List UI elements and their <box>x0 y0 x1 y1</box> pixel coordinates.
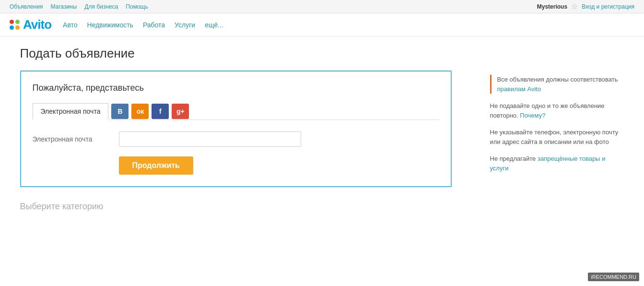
nav-jobs[interactable]: Работа <box>143 21 165 29</box>
tabs-row: Электронная почта В ок f g+ <box>33 103 439 120</box>
email-group: Электронная почта <box>33 131 439 147</box>
dot-green <box>15 20 20 24</box>
shops-link[interactable]: Магазины <box>50 3 77 10</box>
logo-dots <box>10 20 20 30</box>
sidebar-text-1: Все объявления должны соответствовать пр… <box>497 75 624 94</box>
username: Mysterious <box>537 3 567 10</box>
main-nav: Avito Авто Недвижимость Работа Услуги ещ… <box>0 13 644 36</box>
nav-more[interactable]: ещё... <box>205 21 223 29</box>
email-input[interactable] <box>119 131 301 147</box>
sidebar: Все объявления должны соответствовать пр… <box>490 46 624 212</box>
sidebar-text-3: Не указывайте телефон, электронную почту… <box>490 128 624 146</box>
top-bar: Объявления Магазины Для бизнеса Помощь M… <box>0 0 644 13</box>
why-link[interactable]: Почему? <box>520 112 545 119</box>
page-title: Подать объявление <box>20 46 476 61</box>
form-card: Пожалуйста, представьтесь Электронная по… <box>20 71 452 187</box>
submit-area: Продолжить <box>119 156 439 175</box>
sidebar-text-4: Не предлагайте запрещённые товары и услу… <box>490 154 624 173</box>
avito-rules-link[interactable]: правилам Avito <box>497 85 541 93</box>
gp-button[interactable]: g+ <box>172 104 189 119</box>
star-icon[interactable]: ☆ <box>571 2 578 11</box>
logo[interactable]: Avito <box>10 17 51 32</box>
content: Подать объявление Пожалуйста, представьт… <box>11 36 634 221</box>
category-section: Выберите категорию <box>20 202 476 212</box>
dot-blue <box>10 25 14 30</box>
help-link[interactable]: Помощь <box>126 3 148 10</box>
email-label: Электронная почта <box>33 135 109 143</box>
sidebar-text-2: Не подавайте одно и то же объявление пов… <box>490 101 624 120</box>
business-link[interactable]: Для бизнеса <box>84 3 118 10</box>
nav-auto[interactable]: Авто <box>63 21 78 29</box>
nav-realty[interactable]: Недвижимость <box>87 21 133 29</box>
login-link[interactable]: Вход и регистрация <box>582 3 634 10</box>
logo-text: Avito <box>23 17 51 32</box>
vk-button[interactable]: В <box>111 104 129 119</box>
fb-button[interactable]: f <box>152 104 169 119</box>
ads-link[interactable]: Объявления <box>10 3 43 10</box>
top-bar-right: Mysterious ☆ Вход и регистрация <box>537 2 634 11</box>
tab-email[interactable]: Электронная почта <box>33 103 109 120</box>
ok-button[interactable]: ок <box>131 104 149 119</box>
main-content: Подать объявление Пожалуйста, представьт… <box>20 46 476 212</box>
top-bar-links: Объявления Магазины Для бизнеса Помощь <box>10 3 148 10</box>
dot-red <box>10 20 14 24</box>
sidebar-rule: Все объявления должны соответствовать пр… <box>490 75 624 94</box>
form-card-title: Пожалуйста, представьтесь <box>33 83 439 93</box>
nav-services[interactable]: Услуги <box>175 21 195 29</box>
nav-links: Авто Недвижимость Работа Услуги ещё... <box>63 21 223 29</box>
continue-button[interactable]: Продолжить <box>119 156 193 175</box>
dot-orange <box>15 25 20 30</box>
